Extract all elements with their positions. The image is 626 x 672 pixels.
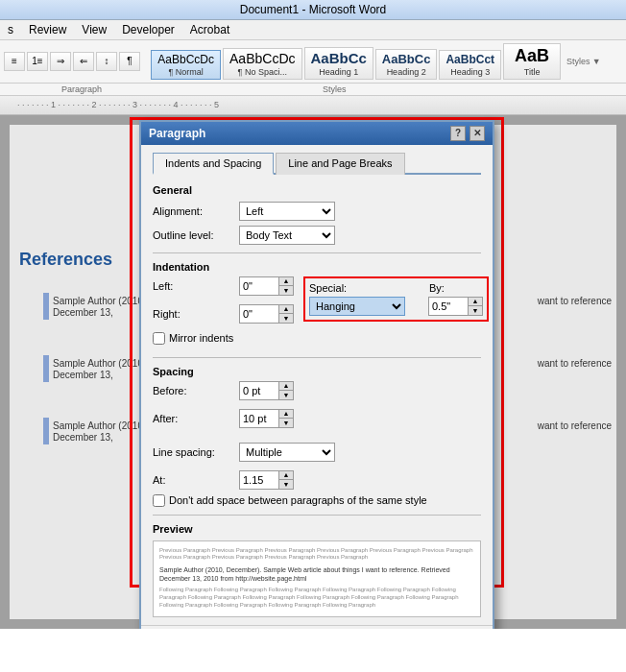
style-title-preview: AaB bbox=[515, 46, 549, 67]
styles-group-label2: Styles bbox=[323, 84, 347, 94]
by-arrows: ▲ ▼ bbox=[468, 298, 482, 315]
indent-left-right: Left: ▲ ▼ Right: bbox=[153, 276, 294, 349]
special-by-headers: Special: By: bbox=[309, 282, 483, 294]
left-indent-input[interactable] bbox=[240, 277, 278, 295]
styles-expand-icon[interactable]: ▼ bbox=[592, 57, 601, 66]
menu-item-review[interactable]: Review bbox=[25, 22, 70, 37]
special-select[interactable]: Hanging (none) First line bbox=[309, 297, 405, 316]
right-indent-input[interactable] bbox=[240, 305, 278, 323]
dialog-close-btn[interactable]: ✕ bbox=[470, 126, 485, 141]
outline-label: Outline level: bbox=[153, 229, 239, 241]
by-up[interactable]: ▲ bbox=[469, 298, 482, 306]
dialog-help-btn[interactable]: ? bbox=[450, 126, 466, 141]
tab-line-page[interactable]: Line and Page Breaks bbox=[276, 153, 404, 175]
at-up[interactable]: ▲ bbox=[279, 471, 293, 480]
by-input[interactable] bbox=[429, 298, 468, 315]
ref-text-3: want to reference bbox=[538, 420, 612, 431]
indent-divider bbox=[153, 357, 481, 358]
left-indent-down[interactable]: ▼ bbox=[279, 286, 293, 295]
before-spinner: ▲ ▼ bbox=[239, 381, 294, 400]
dont-add-space-checkbox[interactable] bbox=[153, 494, 165, 507]
at-input[interactable] bbox=[240, 471, 278, 489]
line-spacing-label: Line spacing: bbox=[153, 446, 239, 458]
paragraph-group-label: Paragraph bbox=[61, 84, 102, 94]
dialog-body: Indents and Spacing Line and Page Breaks… bbox=[141, 145, 493, 625]
mirror-indents-row: Mirror indents bbox=[153, 332, 294, 345]
menu-item-acrobat[interactable]: Acrobat bbox=[186, 22, 233, 37]
right-indent-label: Right: bbox=[153, 308, 239, 320]
menu-item-developer[interactable]: Developer bbox=[118, 22, 179, 37]
sort-btn[interactable]: ↕ bbox=[96, 52, 117, 71]
style-nospace-btn[interactable]: AaBbCcDc ¶ No Spaci... bbox=[223, 48, 301, 80]
left-indent-row: Left: ▲ ▼ bbox=[153, 276, 294, 296]
dont-add-space-label: Don't add space between paragraphs of th… bbox=[169, 494, 427, 506]
before-row: Before: ▲ ▼ bbox=[153, 381, 294, 400]
mirror-indents-label: Mirror indents bbox=[169, 332, 233, 344]
after-row: After: ▲ ▼ bbox=[153, 409, 294, 428]
menu-item-view[interactable]: View bbox=[78, 22, 110, 37]
pilcrow-btn[interactable]: ¶ bbox=[119, 52, 140, 71]
general-divider bbox=[153, 252, 481, 253]
style-heading2-btn[interactable]: AaBbCc Heading 2 bbox=[375, 49, 438, 80]
outline-select[interactable]: Body Text bbox=[239, 226, 335, 245]
line-spacing-select[interactable]: Multiple bbox=[239, 443, 335, 462]
after-down[interactable]: ▼ bbox=[279, 419, 293, 427]
right-indent-down[interactable]: ▼ bbox=[279, 314, 293, 323]
style-heading3-btn[interactable]: AaBbCct Heading 3 bbox=[439, 50, 501, 79]
mirror-indents-checkbox[interactable] bbox=[153, 332, 165, 345]
numbered-list-btn[interactable]: 1≡ bbox=[27, 52, 48, 71]
menu-bar: s Review View Developer Acrobat bbox=[0, 20, 626, 40]
style-normal-btn[interactable]: AaBbCcDc ¶ Normal bbox=[151, 50, 221, 79]
right-indent-spinner: ▲ ▼ bbox=[239, 304, 294, 324]
tab-indents-spacing[interactable]: Indents and Spacing bbox=[153, 153, 274, 175]
style-h2-preview: AaBbCc bbox=[382, 52, 431, 67]
by-col-header: By: bbox=[429, 282, 445, 294]
ref-text-2: want to reference bbox=[538, 358, 612, 369]
after-arrows: ▲ ▼ bbox=[278, 410, 293, 427]
blue-bar-2 bbox=[43, 355, 49, 382]
outdent-btn[interactable]: ⇐ bbox=[73, 52, 94, 71]
preview-text-follow: Following Paragraph Following Paragraph … bbox=[159, 587, 474, 609]
left-indent-arrows: ▲ ▼ bbox=[278, 277, 293, 295]
references-heading: References bbox=[19, 250, 112, 270]
right-indent-up[interactable]: ▲ bbox=[279, 305, 293, 314]
alignment-select[interactable]: Left bbox=[239, 202, 335, 221]
at-down[interactable]: ▼ bbox=[279, 480, 293, 489]
title-text: Document1 - Microsoft Word bbox=[240, 3, 387, 16]
after-up[interactable]: ▲ bbox=[279, 410, 293, 419]
dialog-titlebar: Paragraph ? ✕ bbox=[141, 122, 493, 145]
special-by-highlight: Special: By: Hanging (none) First line bbox=[303, 276, 489, 322]
left-indent-spinner: ▲ ▼ bbox=[239, 276, 294, 296]
alignment-row: Alignment: Left bbox=[153, 202, 481, 221]
spacing-section-label: Spacing bbox=[153, 366, 481, 377]
left-indent-up[interactable]: ▲ bbox=[279, 277, 293, 286]
preview-text-main: Sample Author (2010, December). Sample W… bbox=[159, 565, 474, 583]
after-label: After: bbox=[153, 413, 239, 424]
doc-area: References Sample Author (2010, December… bbox=[0, 115, 626, 629]
by-down[interactable]: ▼ bbox=[469, 306, 482, 315]
ruler: · · · · · · · 1 · · · · · · · 2 · · · · … bbox=[0, 96, 626, 115]
alignment-label: Alignment: bbox=[153, 205, 239, 217]
before-up[interactable]: ▲ bbox=[279, 382, 293, 391]
indent-btn[interactable]: ⇒ bbox=[50, 52, 71, 71]
line-spacing-area: Line spacing: Multiple At: ▲ ▼ bbox=[153, 443, 335, 494]
menu-item-s[interactable]: s bbox=[4, 22, 17, 37]
style-title-btn[interactable]: AaB Title bbox=[503, 43, 561, 80]
style-normal-label: ¶ Normal bbox=[169, 67, 204, 77]
style-h1-label: Heading 1 bbox=[319, 67, 358, 77]
style-h3-preview: AaBbCct bbox=[445, 53, 494, 66]
right-indent-arrows: ▲ ▼ bbox=[278, 305, 293, 323]
dialog-buttons: Tabs... Set As Default OK Cancel bbox=[141, 625, 493, 629]
before-down[interactable]: ▼ bbox=[279, 391, 293, 399]
style-h2-label: Heading 2 bbox=[387, 67, 426, 77]
ref-text-1: want to reference bbox=[538, 296, 612, 306]
by-spinner: ▲ ▼ bbox=[428, 297, 483, 316]
blue-bar-3 bbox=[43, 418, 49, 444]
style-h3-label: Heading 3 bbox=[450, 67, 490, 77]
style-heading1-btn[interactable]: AaBbCc Heading 1 bbox=[304, 47, 373, 80]
dialog-controls: ? ✕ bbox=[450, 126, 485, 141]
after-input[interactable] bbox=[240, 410, 278, 427]
before-input[interactable] bbox=[240, 382, 278, 399]
preview-box: Previous Paragraph Previous Paragraph Pr… bbox=[153, 540, 481, 617]
bullet-list-btn[interactable]: ≡ bbox=[4, 52, 25, 71]
